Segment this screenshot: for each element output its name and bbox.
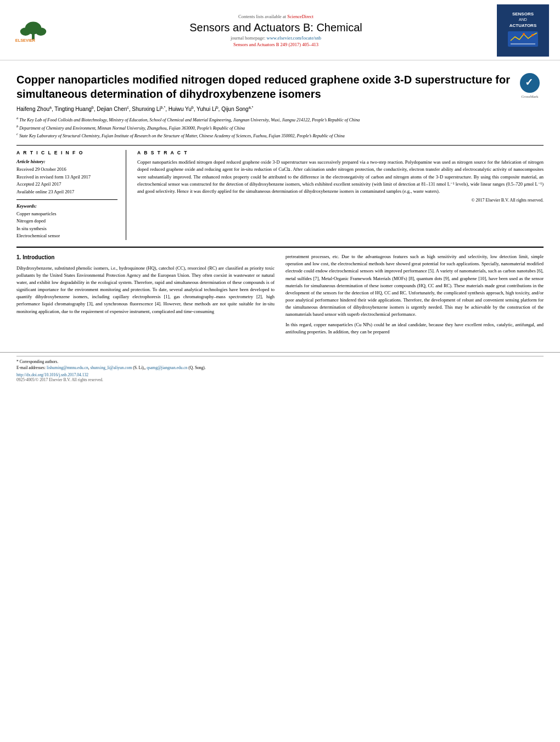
footer-note: * Corresponding authors. E-mail addresse…	[16, 359, 544, 371]
affil-c: c State Key Laboratory of Structural Che…	[16, 133, 345, 138]
homepage-label: journal homepage:	[231, 35, 267, 41]
footer-divider	[16, 356, 544, 356]
svg-point-10	[531, 34, 534, 36]
sciencedirect-link[interactable]: ScienceDirect	[287, 14, 313, 19]
sensors-text-line2: and	[519, 18, 527, 21]
accepted-date: Accepted 22 April 2017	[16, 181, 117, 188]
crossmark-container: ✓ CrossMark	[516, 72, 544, 99]
info-abstract-section: A R T I C L E I N F O Article history: R…	[16, 145, 544, 240]
received-date: Received 29 October 2016	[16, 166, 117, 174]
intro-paragraph3: In this regard, copper nanoparticles (Cu…	[285, 321, 544, 336]
elsevier-logo: ELSEVIER	[11, 18, 55, 43]
sensors-text-line1: SENSORS	[512, 12, 534, 16]
contents-label: Contents lists available at	[238, 14, 287, 19]
contents-available: Contents lists available at ScienceDirec…	[55, 14, 497, 19]
intro-heading: 1. Introduction	[16, 253, 275, 262]
doi-link[interactable]: http://dx.doi.org/10.1016/j.snb.2017.04.…	[16, 372, 88, 377]
keyword-2: Nitrogen doped	[16, 217, 117, 225]
email-label: E-mail addresses:	[16, 365, 47, 370]
copyright-line: © 2017 Elsevier B.V. All rights reserved…	[137, 198, 544, 203]
journal-title: Sensors and Actuators B: Chemical	[55, 21, 497, 34]
header-center: Contents lists available at ScienceDirec…	[55, 14, 497, 47]
history-label: Article history:	[16, 159, 117, 164]
homepage-url-link[interactable]: www.elsevier.com/locate/snb	[267, 35, 322, 41]
keyword-3: In situ synthesis	[16, 225, 117, 233]
intro-paragraph1: Dihydroxybenzene, substituted phenolic i…	[16, 265, 275, 315]
abstract-text: Copper nanoparticles modified nitrogen d…	[137, 159, 544, 195]
keyword-4: Electrochemical sensor	[16, 232, 117, 240]
intro-heading-num: 1.	[16, 254, 21, 260]
footer-area: * Corresponding authors. E-mail addresse…	[0, 352, 560, 385]
svg-text:✓: ✓	[525, 77, 533, 88]
issn-line: 0925-4005/© 2017 Elsevier B.V. All right…	[16, 377, 544, 382]
article-info-col: A R T I C L E I N F O Article history: R…	[16, 150, 126, 240]
journal-header: ELSEVIER Contents lists available at Sci…	[0, 0, 560, 60]
volume-info: Sensors and Actuators B 249 (2017) 405–4…	[55, 42, 497, 47]
email1-link[interactable]: lishuming@mnnu.edu.cn	[47, 365, 88, 370]
section-divider	[16, 247, 544, 248]
email3-link[interactable]: qsamg@jiangnan.edu.cn	[147, 365, 187, 370]
affil-b-text: Department of Chemistry and Environment,…	[19, 126, 245, 131]
sensors-text-line3: ACTUATORS	[509, 23, 536, 28]
content-area: Copper nanoparticles modified nitrogen d…	[0, 60, 560, 344]
available-online-date: Available online 23 April 2017	[16, 188, 117, 196]
crossmark-icon: ✓	[519, 72, 540, 93]
intro-paragraph2: pretreatment processes, etc. Due to the …	[285, 253, 544, 319]
keyword-1: Copper nanoparticles	[16, 210, 117, 218]
affiliations: a The Key Lab of Food Colloids and Biote…	[16, 115, 544, 140]
affil-a: a The Key Lab of Food Colloids and Biote…	[16, 118, 360, 122]
received-revised-date: Received in revised form 13 April 2017	[16, 174, 117, 181]
abstract-col: A B S T R A C T Copper nanoparticles mod…	[137, 150, 544, 240]
crossmark-label: CrossMark	[521, 94, 538, 99]
sensors-logo-text: SENSORS and ACTUATORS	[509, 12, 536, 29]
keywords-label: Keywords:	[16, 203, 117, 209]
affil-a-text: The Key Lab of Food Colloids and Biotech…	[19, 118, 360, 122]
doi-line[interactable]: http://dx.doi.org/10.1016/j.snb.2017.04.…	[16, 372, 544, 377]
body-left-col: 1. Introduction Dihydroxybenzene, substi…	[16, 253, 275, 338]
svg-point-3	[20, 27, 31, 36]
sensors-logo-figure	[505, 29, 541, 49]
email2-note: (S. Li),	[133, 365, 144, 370]
intro-heading-text: Introduction	[23, 254, 54, 260]
elsevier-logo-svg: ELSEVIER	[13, 18, 54, 43]
body-right-col: pretreatment processes, etc. Due to the …	[285, 253, 544, 338]
article-title: Copper nanoparticles modified nitrogen d…	[16, 72, 511, 101]
authors-line: Haifeng Zhoua, Tingting Huangb, Dejian C…	[16, 105, 544, 112]
corresponding-note: * Corresponding authors.	[16, 359, 58, 364]
title-section: Copper nanoparticles modified nitrogen d…	[16, 72, 544, 101]
abstract-title: A B S T R A C T	[137, 150, 544, 155]
svg-text:ELSEVIER: ELSEVIER	[15, 38, 35, 43]
article-info-title: A R T I C L E I N F O	[16, 150, 117, 155]
email3-note: (Q. Song).	[188, 365, 205, 370]
journal-homepage: journal homepage: www.elsevier.com/locat…	[55, 35, 497, 41]
email2-link[interactable]: shunxing_li@aliyun.com	[90, 365, 132, 370]
info-divider	[16, 199, 117, 200]
body-columns: 1. Introduction Dihydroxybenzene, substi…	[16, 253, 544, 338]
sensors-logo-box: SENSORS and ACTUATORS	[497, 4, 549, 57]
svg-point-9	[523, 33, 525, 35]
page: ELSEVIER Contents lists available at Sci…	[0, 0, 560, 742]
affil-c-text: State Key Laboratory of Structural Chemi…	[19, 133, 345, 138]
affil-b: b Department of Chemistry and Environmen…	[16, 126, 245, 131]
svg-point-4	[35, 27, 46, 36]
